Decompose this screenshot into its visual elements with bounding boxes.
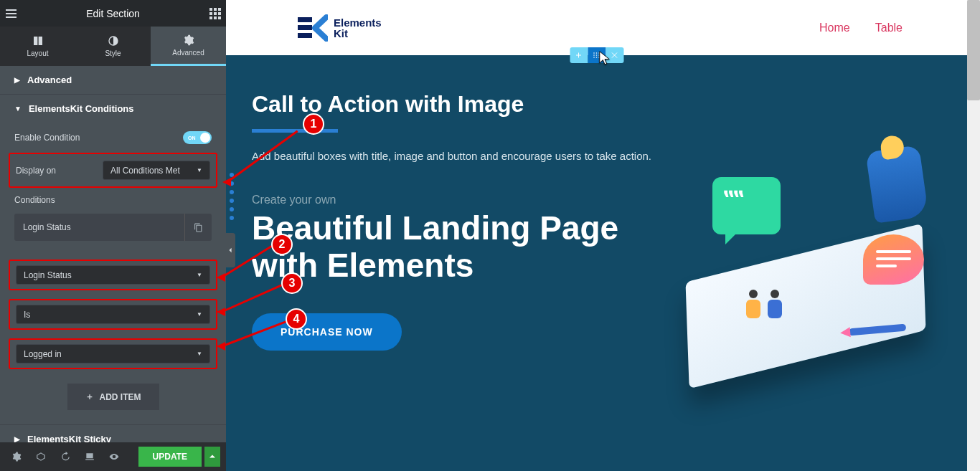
highlight-select-type: Login Status ▼ (9, 260, 217, 290)
tab-layout[interactable]: Layout (0, 27, 75, 66)
annotation-badge-1: 1 (303, 113, 324, 135)
annotation-badge-2: 2 (271, 234, 293, 255)
hero-illustration: ‟‟ (673, 148, 946, 385)
preview-button[interactable] (103, 447, 125, 467)
copy-icon[interactable] (184, 214, 203, 241)
highlight-display-on: Display on All Conditions Met ▼ (9, 153, 217, 188)
display-on-select[interactable]: All Conditions Met ▼ (103, 161, 210, 180)
caret-down-icon: ▼ (197, 311, 202, 318)
condition-operator-select[interactable]: Is ▼ (16, 305, 210, 324)
accordion-elementskit-sticky[interactable]: ▶ ElementsKit Sticky (0, 425, 226, 442)
caret-down-icon: ▼ (197, 167, 202, 173)
nav-home[interactable]: Home (819, 22, 850, 34)
chevron-right-icon: ▶ (14, 435, 20, 442)
svg-rect-1 (298, 17, 312, 22)
chevron-down-icon: ▼ (14, 105, 22, 113)
svg-point-7 (593, 54, 595, 56)
condition-type-select[interactable]: Login Status ▼ (16, 265, 210, 285)
highlight-select-value: Logged in ▼ (9, 338, 217, 369)
enable-condition-label: Enable Condition (14, 133, 80, 143)
section-toolbar (570, 47, 623, 63)
enable-condition-toggle[interactable]: ON (183, 131, 212, 144)
scrollbar[interactable] (967, 0, 980, 471)
caret-down-icon: ▼ (197, 351, 202, 357)
cursor-icon (598, 50, 611, 66)
hero-description: Add beautiful boxes with title, image an… (252, 148, 654, 165)
tab-advanced[interactable]: Advanced (151, 27, 226, 66)
hero-title: Call to Action with Image (252, 91, 967, 118)
sidebar-footer: UPDATE (0, 442, 226, 471)
nav-table[interactable]: Table (875, 22, 903, 34)
panel-tabs: Layout Style Advanced (0, 27, 226, 66)
svg-point-10 (593, 57, 595, 58)
add-section-button[interactable] (570, 47, 588, 63)
preview-area: Elements Kit Home Table (226, 0, 980, 471)
svg-rect-3 (298, 33, 312, 38)
annotation-badge-4: 4 (286, 308, 307, 330)
update-options-button[interactable] (204, 447, 220, 467)
purchase-button[interactable]: PURCHASE NOW (252, 313, 402, 351)
conditions-heading: Conditions (14, 195, 55, 205)
responsive-button[interactable] (79, 447, 100, 467)
hamburger-menu-button[interactable] (0, 0, 22, 27)
svg-point-11 (596, 57, 598, 58)
chevron-right-icon: ▶ (14, 76, 20, 84)
sidebar-header: Edit Section (0, 0, 226, 27)
accordion-advanced[interactable]: ▶ Advanced (0, 66, 226, 94)
settings-button[interactable] (6, 447, 27, 467)
update-button[interactable]: UPDATE (138, 447, 202, 467)
panel-title: Edit Section (22, 8, 204, 19)
sidebar-panel: Edit Section Layout Style Advanced ▶ (0, 0, 226, 471)
hero-section[interactable]: 1 0 1 0 0 1 0 1 0 1 0 0 1 0 1 1 0 0 1 0 … (226, 55, 967, 471)
logo: Elements Kit (298, 14, 382, 42)
svg-point-4 (593, 52, 595, 54)
add-item-button[interactable]: ＋ ADD ITEM (67, 384, 159, 410)
svg-point-5 (596, 52, 598, 54)
plus-icon: ＋ (85, 391, 94, 403)
caret-down-icon: ▼ (197, 272, 202, 278)
navigator-button[interactable] (30, 447, 52, 467)
svg-point-8 (596, 54, 598, 56)
svg-rect-2 (298, 25, 312, 30)
widgets-grid-button[interactable] (204, 0, 226, 27)
tab-style[interactable]: Style (75, 27, 151, 66)
condition-value-select[interactable]: Logged in ▼ (16, 344, 210, 363)
annotation-badge-3: 3 (281, 272, 303, 294)
collapse-sidebar-handle[interactable] (226, 233, 235, 267)
condition-item[interactable]: Login Status (14, 214, 212, 241)
accordion-elementskit-conditions[interactable]: ▼ ElementsKit Conditions (0, 95, 226, 123)
display-on-label: Display on (16, 166, 56, 176)
history-button[interactable] (55, 447, 76, 467)
highlight-select-operator: Is ▼ (9, 299, 217, 330)
